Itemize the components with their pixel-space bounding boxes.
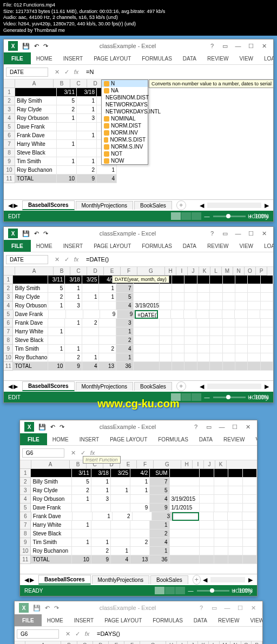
cell[interactable] <box>200 504 214 512</box>
col-head[interactable]: J <box>188 267 199 276</box>
cell[interactable] <box>210 301 222 310</box>
maximize-icon[interactable]: ☐ <box>246 229 256 238</box>
cell[interactable]: Steve Black <box>13 336 48 345</box>
cell[interactable] <box>209 310 222 319</box>
cell[interactable] <box>243 529 257 538</box>
col-head[interactable]: B <box>61 641 77 644</box>
cell[interactable] <box>184 284 197 293</box>
view-normal-icon[interactable] <box>155 587 164 594</box>
cell[interactable]: Roy Buchanon <box>31 547 71 555</box>
cell[interactable] <box>172 301 184 310</box>
view-break-icon[interactable] <box>192 212 201 220</box>
cell[interactable]: Dave Frank <box>14 310 49 319</box>
cell[interactable] <box>170 547 200 555</box>
col-head[interactable]: P <box>256 267 267 276</box>
cell[interactable]: 1 <box>72 521 91 529</box>
cell[interactable] <box>172 319 184 327</box>
cancel-formula-icon[interactable]: ✕ <box>69 448 77 457</box>
accept-formula-icon[interactable]: ✓ <box>62 255 71 264</box>
cell[interactable] <box>171 310 184 319</box>
cell[interactable] <box>99 327 116 336</box>
cell[interactable] <box>160 336 172 345</box>
col-c[interactable]: C <box>70 79 87 88</box>
cell[interactable] <box>210 284 222 293</box>
cell[interactable]: 1 <box>130 486 150 495</box>
cell[interactable]: 1 <box>150 521 169 529</box>
cell[interactable] <box>248 310 261 319</box>
tab-file[interactable]: FILE <box>20 433 47 445</box>
save-icon[interactable]: 💾 <box>38 424 46 431</box>
cell[interactable]: 1 <box>48 327 65 336</box>
tab-home[interactable]: HOME <box>42 614 69 626</box>
row-num[interactable]: 9 <box>4 345 13 353</box>
cell[interactable] <box>223 336 235 345</box>
cell[interactable]: Ray Clyde <box>13 293 48 301</box>
cell[interactable] <box>248 293 260 301</box>
cell[interactable]: 3 <box>65 301 82 310</box>
cell[interactable] <box>243 521 257 529</box>
cell[interactable] <box>248 336 260 345</box>
cell[interactable] <box>160 362 172 371</box>
cell[interactable] <box>130 521 150 529</box>
cell[interactable] <box>228 538 242 547</box>
cell[interactable] <box>261 319 273 327</box>
cell[interactable] <box>248 284 260 293</box>
cell[interactable] <box>223 293 235 301</box>
cell[interactable]: 1 <box>65 345 82 353</box>
cell[interactable]: 5 <box>150 486 169 495</box>
ribbon-display-icon[interactable]: ▭ <box>209 603 219 613</box>
minimize-icon[interactable]: — <box>217 422 227 432</box>
cell[interactable] <box>111 529 130 538</box>
cell[interactable] <box>184 310 197 319</box>
cancel-formula-icon[interactable]: ✕ <box>63 629 72 638</box>
sheet-tab[interactable]: MonthlyProjections <box>76 382 133 391</box>
cell[interactable] <box>200 478 214 486</box>
cell[interactable] <box>130 529 150 538</box>
maximize-icon[interactable]: ☐ <box>235 603 245 613</box>
row-num[interactable]: 2 <box>20 478 31 486</box>
tab-review[interactable]: REVIEW <box>213 614 245 626</box>
minimize-icon[interactable]: — <box>233 41 243 51</box>
cell[interactable] <box>134 327 160 336</box>
cell[interactable] <box>172 512 199 521</box>
ac-item[interactable]: N <box>102 80 148 87</box>
row-num[interactable]: 10 <box>20 547 31 555</box>
cell[interactable]: 7 <box>116 284 134 293</box>
view-normal-icon[interactable] <box>171 212 181 220</box>
accept-formula-icon[interactable]: ✓ <box>62 68 71 76</box>
cell[interactable] <box>200 495 214 504</box>
cell[interactable] <box>235 319 248 327</box>
undo-icon[interactable]: ↶ <box>34 230 39 237</box>
cell[interactable]: 3 <box>116 319 134 327</box>
cell[interactable] <box>200 547 214 555</box>
cancel-formula-icon[interactable]: ✕ <box>52 255 61 264</box>
col-b[interactable]: B <box>54 79 70 88</box>
cell[interactable] <box>223 301 235 310</box>
cell[interactable] <box>228 486 242 495</box>
col-head[interactable]: F <box>124 641 140 644</box>
cell[interactable]: Frank Dave <box>31 512 72 521</box>
cell[interactable]: 3 <box>152 512 172 521</box>
cell[interactable] <box>91 521 111 529</box>
sheet-next-icon[interactable]: ▶ <box>14 383 18 390</box>
cell[interactable] <box>235 327 248 336</box>
cell[interactable] <box>170 486 200 495</box>
cell[interactable] <box>72 529 91 538</box>
cell[interactable]: 3 <box>91 495 111 504</box>
cell[interactable] <box>72 504 91 512</box>
col-head[interactable]: L <box>210 267 222 276</box>
tab-load-test[interactable]: LOAD TEST <box>259 240 273 252</box>
tab-page-layout[interactable]: PAGE LAYOUT <box>99 614 147 626</box>
maximize-icon[interactable]: ☐ <box>246 41 256 51</box>
formula-input[interactable]: =DATE() <box>85 255 271 264</box>
row-num[interactable]: 7 <box>4 327 13 336</box>
sheet-tab[interactable]: BaseballScores <box>22 381 75 391</box>
row-num[interactable]: 8 <box>20 529 31 538</box>
cell[interactable]: 1 <box>111 547 130 555</box>
cell[interactable] <box>228 555 242 564</box>
cell[interactable] <box>130 495 150 504</box>
col-head[interactable]: G <box>137 267 165 276</box>
cell[interactable] <box>261 327 273 336</box>
cell[interactable] <box>48 353 65 362</box>
view-page-icon[interactable] <box>181 212 191 220</box>
